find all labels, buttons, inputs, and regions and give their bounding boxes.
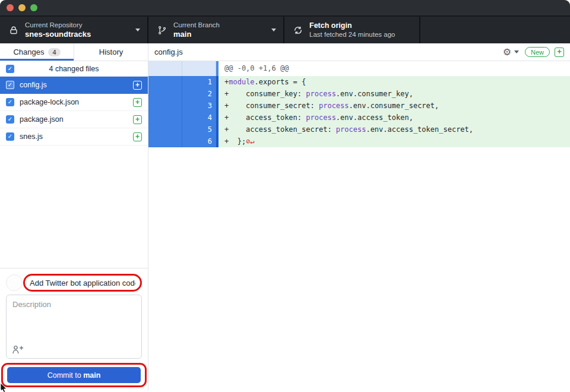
diff-header: config.js ⚙ New +	[148, 43, 570, 61]
changed-files-count: 4 changed files	[14, 65, 134, 73]
added-status-icon: +	[133, 98, 142, 107]
repository-name: snes-soundtracks	[25, 30, 91, 39]
code-line-text: + access_token: process.env.access_token…	[218, 112, 570, 124]
gutter-old-line-number[interactable]	[148, 88, 182, 100]
hunk-gutter-old	[148, 61, 182, 76]
diff-added-line[interactable]: 1+module.exports = {	[148, 76, 570, 88]
gutter-new-line-number[interactable]: 2	[182, 88, 216, 100]
gutter-old-line-number[interactable]	[148, 124, 182, 135]
plus-square-icon[interactable]: +	[555, 48, 564, 57]
file-row[interactable]: ✓snes.js+	[0, 128, 148, 146]
file-name: snes.js	[20, 132, 133, 141]
diff-file-name: config.js	[154, 48, 503, 56]
code-line-text: + consumer_secret: process.env.consumer_…	[218, 100, 570, 112]
file-list-empty-space	[0, 146, 148, 268]
repository-label: Current Repository	[25, 21, 91, 29]
tab-history-label: History	[99, 48, 123, 56]
chevron-down-icon	[271, 29, 276, 31]
added-status-icon: +	[133, 132, 142, 141]
code-line-text: + consumer_key: process.env.consumer_key…	[218, 88, 570, 100]
select-all-checkbox[interactable]: ✓	[6, 65, 14, 73]
file-row[interactable]: ✓package-lock.json+	[0, 94, 148, 111]
gutter-old-line-number[interactable]	[148, 112, 182, 124]
added-status-icon: +	[133, 81, 142, 90]
commit-description-input[interactable]	[12, 300, 135, 339]
hunk-header-text: @@ -0,0 +1,6 @@	[218, 61, 570, 76]
close-window-button[interactable]	[7, 4, 14, 11]
sync-icon	[293, 26, 303, 35]
diff-added-line[interactable]: 5+ access_token_secret: process.env.acce…	[148, 124, 570, 135]
file-include-checkbox[interactable]: ✓	[6, 132, 14, 141]
gutter-new-line-number[interactable]: 3	[182, 100, 216, 112]
diff-added-line[interactable]: 6+ };⊘↵	[148, 135, 570, 147]
diff-added-line[interactable]: 2+ consumer_key: process.env.consumer_ke…	[148, 88, 570, 100]
changes-count-badge: 4	[48, 48, 60, 56]
avatar	[6, 274, 23, 291]
gutter-old-line-number[interactable]	[148, 100, 182, 112]
diff-lines: 1+module.exports = {2+ consumer_key: pro…	[148, 76, 570, 147]
toolbar: Current Repository snes-soundtracks Curr…	[0, 17, 570, 43]
gutter-old-line-number[interactable]	[148, 135, 182, 147]
commit-summary-row	[6, 274, 142, 292]
new-file-badge: New	[525, 47, 550, 57]
mouse-cursor	[0, 383, 8, 392]
commit-to-main-button[interactable]: Commit to main	[7, 367, 141, 383]
diff-added-line[interactable]: 3+ consumer_secret: process.env.consumer…	[148, 100, 570, 112]
commit-summary-input[interactable]	[30, 279, 135, 287]
titlebar	[0, 0, 570, 17]
file-row[interactable]: ✓package.json+	[0, 111, 148, 128]
tab-changes[interactable]: Changes 4	[0, 43, 74, 61]
add-coauthor-icon[interactable]	[12, 344, 24, 354]
code-line-text: +module.exports = {	[218, 76, 570, 88]
current-branch-dropdown[interactable]: Current Branch main	[148, 17, 284, 43]
commit-branch-name: main	[83, 371, 100, 380]
gutter-new-line-number[interactable]: 1	[182, 76, 216, 88]
fetch-origin-button[interactable]: Fetch origin Last fetched 24 minutes ago	[284, 17, 420, 43]
gutter-old-line-number[interactable]	[148, 76, 182, 88]
file-name: package.json	[20, 115, 133, 124]
chevron-down-icon	[135, 29, 140, 31]
commit-description-box	[6, 295, 142, 359]
gutter-new-line-number[interactable]: 5	[182, 124, 216, 135]
file-include-checkbox[interactable]: ✓	[6, 98, 14, 106]
zoom-window-button[interactable]	[30, 4, 37, 11]
gear-icon[interactable]: ⚙	[503, 48, 511, 57]
tab-history[interactable]: History	[74, 43, 148, 61]
sidebar-tabbar: Changes 4 History	[0, 43, 148, 61]
file-name: config.js	[20, 81, 133, 89]
minimize-window-button[interactable]	[18, 4, 26, 11]
changed-files-header: ✓ 4 changed files	[0, 61, 148, 77]
fetch-title: Fetch origin	[309, 21, 395, 31]
added-status-icon: +	[133, 115, 142, 124]
commit-form: Commit to main	[0, 268, 148, 391]
diff-added-line[interactable]: 4+ access_token: process.env.access_toke…	[148, 112, 570, 124]
file-include-checkbox[interactable]: ✓	[6, 115, 14, 124]
toolbar-empty-space	[420, 17, 570, 43]
hunk-gutter-new	[182, 61, 216, 76]
file-include-checkbox[interactable]: ✓	[6, 81, 14, 89]
gutter-new-line-number[interactable]: 6	[182, 135, 216, 147]
github-desktop-window: Current Repository snes-soundtracks Curr…	[0, 0, 570, 392]
code-line-text: + access_token_secret: process.env.acces…	[218, 124, 570, 135]
file-name: package-lock.json	[20, 98, 133, 106]
git-branch-icon	[157, 26, 167, 35]
branch-label: Current Branch	[173, 21, 220, 29]
fetch-detail: Last fetched 24 minutes ago	[309, 30, 395, 39]
hunk-header-row: @@ -0,0 +1,6 @@	[148, 61, 570, 76]
changed-file-list: ✓config.js+✓package-lock.json+✓package.j…	[0, 77, 148, 146]
annotation-ring-summary	[23, 274, 142, 292]
chevron-down-icon[interactable]	[514, 50, 519, 53]
tab-changes-label: Changes	[13, 48, 44, 56]
diff-body: @@ -0,0 +1,6 @@ 1+module.exports = {2+ c…	[148, 61, 570, 391]
gutter-new-line-number[interactable]: 4	[182, 112, 216, 124]
file-row[interactable]: ✓config.js+	[0, 77, 148, 94]
diff-panel: config.js ⚙ New + @@ -0,0 +1,6 @@ 1+modu…	[148, 43, 570, 391]
content: Changes 4 History ✓ 4 changed files ✓con…	[0, 43, 570, 391]
current-repository-dropdown[interactable]: Current Repository snes-soundtracks	[0, 17, 148, 43]
branch-name: main	[173, 30, 220, 39]
lock-icon	[9, 26, 18, 35]
annotation-ring-commit: Commit to main	[1, 363, 147, 387]
changes-sidebar: Changes 4 History ✓ 4 changed files ✓con…	[0, 43, 148, 391]
code-line-text: + };⊘↵	[218, 135, 570, 147]
